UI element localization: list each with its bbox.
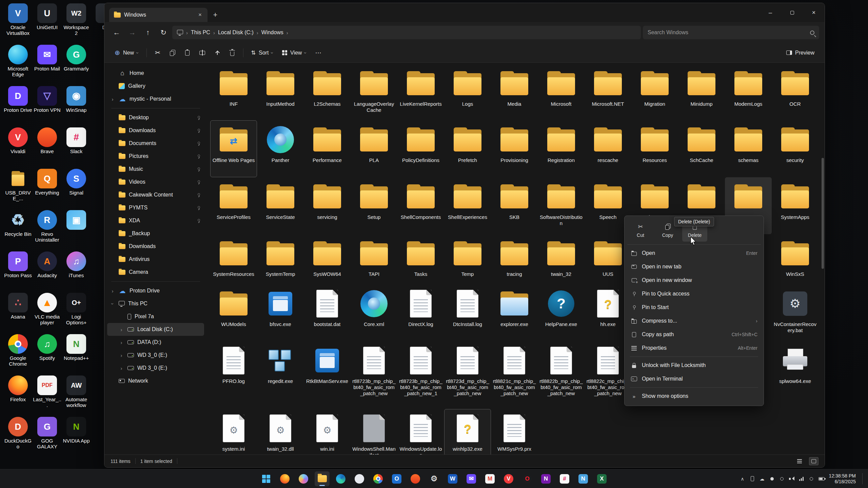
search-input[interactable]: Search Windows	[643, 26, 819, 39]
new-button[interactable]: ⊕ New ›	[111, 46, 143, 60]
show-desktop-button[interactable]	[862, 473, 864, 484]
tab-close-icon[interactable]: ×	[196, 11, 204, 19]
menu-item-open[interactable]: OpenEnter	[627, 246, 761, 260]
file-windowsshell-manifest[interactable]: WindowsShell.Manifest	[351, 409, 397, 454]
file-rtl8723b-mp-chip-bt40-fw-asic-rom-patch-new-1[interactable]: rtl8723b_mp_chip_bt40_fw_asic_rom_patch_…	[397, 341, 444, 409]
file-panther[interactable]: Panther	[257, 120, 304, 177]
paste-button[interactable]	[180, 46, 195, 60]
desktop-icon-last-year[interactable]: PDFLast_Year_...	[33, 374, 62, 415]
desktop-icon-media-app[interactable]: ▣	[62, 209, 91, 250]
file-twain-32[interactable]: twain_32	[538, 234, 585, 284]
desktop-icon-proton-drive[interactable]: DProton Drive	[3, 85, 33, 126]
sidebar-item-data-d-22[interactable]: ›DATA (D:)	[107, 336, 204, 349]
file-servicing[interactable]: servicing	[304, 177, 351, 234]
file-l2schemas[interactable]: L2Schemas	[304, 64, 351, 120]
file-splwow64-exe[interactable]: splwow64.exe	[772, 341, 818, 409]
file-registration[interactable]: Registration	[538, 120, 585, 177]
taskbar-chrome[interactable]	[371, 471, 386, 486]
taskbar-firefox[interactable]	[277, 471, 292, 486]
breadcrumb-segment-windows[interactable]: Windows	[261, 29, 283, 36]
file-prefetch[interactable]: Prefetch	[444, 120, 491, 177]
rename-button[interactable]	[195, 46, 210, 60]
sidebar-item-xda-12[interactable]: XDA	[107, 214, 204, 227]
sidebar-item-pictures-7[interactable]: Pictures	[107, 150, 204, 163]
desktop-icon-asana[interactable]: ∴Asana	[3, 291, 33, 333]
sidebar-item-network-25[interactable]: Network	[107, 374, 204, 387]
share-button[interactable]	[210, 46, 224, 60]
details-view-button[interactable]	[795, 457, 804, 465]
minimize-button[interactable]: –	[760, 3, 781, 22]
desktop-icon-signal[interactable]: SSignal	[62, 167, 91, 209]
sidebar-item-backup-13[interactable]: _Backup	[107, 227, 204, 240]
sidebar-item-pymts-11[interactable]: PYMTS	[107, 201, 204, 214]
taskbar-opera-gx[interactable]: O	[520, 471, 535, 486]
chat-icon[interactable]	[779, 477, 785, 481]
menu-item-open-in-new-window[interactable]: Open in new window	[627, 273, 761, 287]
taskbar-gmail[interactable]: M	[482, 471, 497, 486]
desktop-icon-notepad[interactable]: NNotepad++	[62, 333, 91, 374]
desktop-icon-google-chrome[interactable]: Google Chrome	[3, 333, 33, 374]
phone-link-icon[interactable]	[750, 476, 755, 481]
scrollbar[interactable]	[822, 63, 824, 454]
desktop-icon-firefox[interactable]: Firefox	[3, 374, 33, 415]
sidebar-item-mystic-personal-2[interactable]: ›mystic - Personal	[107, 93, 204, 105]
network-icon[interactable]	[799, 477, 804, 481]
desktop-icon-proton-vpn[interactable]: ▽Proton VPN	[33, 85, 62, 126]
sidebar-item-antivirus-15[interactable]: Antivirus	[107, 253, 204, 266]
delete-button[interactable]	[225, 46, 239, 60]
file-helppane-exe[interactable]: ?HelpPane.exe	[538, 284, 585, 341]
desktop-icon-logi-options[interactable]: O+Logi Options+	[62, 291, 91, 333]
sidebar-item-videos-9[interactable]: Videos	[107, 176, 204, 188]
file-ocr[interactable]: OCR	[772, 64, 818, 120]
file-schcache[interactable]: SchCache	[678, 120, 725, 177]
close-button[interactable]: ×	[803, 3, 825, 22]
taskbar-clock[interactable]: 12:38:58 PM 6/18/2025	[829, 473, 856, 485]
security-shield-icon[interactable]	[769, 477, 775, 481]
hidden-icons-chevron[interactable]: ∧	[740, 476, 745, 482]
file-serviceprofiles[interactable]: ServiceProfiles	[210, 177, 257, 234]
view-button[interactable]: View ›	[278, 46, 311, 60]
menu-item-unlock-with-file-locksmith[interactable]: Unlock with File Locksmith	[627, 359, 761, 372]
sidebar-item-local-disk-c-21[interactable]: ›Local Disk (C:)	[107, 323, 204, 336]
bluetooth-icon[interactable]	[809, 477, 814, 481]
file-rtkbtmanserv-exe[interactable]: RtkBtManServ.exe	[304, 341, 351, 409]
desktop-icon-grammarly[interactable]: GGrammarly	[62, 43, 91, 85]
sidebar-item-proton-drive-18[interactable]: ›Proton Drive	[107, 284, 204, 297]
taskbar-vivaldi[interactable]: V	[501, 471, 516, 486]
file-servicestate[interactable]: ServiceState	[257, 177, 304, 234]
file-tapi[interactable]: TAPI	[351, 234, 397, 284]
desktop-icon-everything[interactable]: QEverything	[33, 167, 62, 209]
file-temp[interactable]: Temp	[444, 234, 491, 284]
file-schemas[interactable]: schemas	[725, 120, 772, 177]
more-options-button[interactable]: ⋯	[311, 46, 326, 60]
taskbar-notepad[interactable]: N	[576, 471, 591, 486]
file-logs[interactable]: Logs	[444, 64, 491, 120]
file-wumodels[interactable]: WUModels	[210, 284, 257, 341]
desktop-icon-audacity[interactable]: AAudacity	[33, 250, 62, 291]
desktop-icon-spotify[interactable]: ♫Spotify	[33, 333, 62, 374]
file-systemapps[interactable]: SystemApps	[772, 177, 818, 234]
file-winhlp32-exe[interactable]: ?winhlp32.exe	[444, 409, 491, 454]
sidebar-item-desktop-4[interactable]: Desktop	[107, 111, 204, 124]
taskbar-slack[interactable]: #	[557, 471, 572, 486]
desktop-icon-brave[interactable]: Brave	[33, 126, 62, 167]
menu-item-open-in-terminal[interactable]: >_Open in Terminal	[627, 372, 761, 386]
file-performance[interactable]: Performance	[304, 120, 351, 177]
sidebar-item-gallery-1[interactable]: Gallery	[107, 80, 204, 93]
sidebar-item-cakewalk-content-10[interactable]: Cakewalk Content	[107, 188, 204, 201]
file-rtl8723b-mp-chip-bt40-fw-asic-rom-patch-new[interactable]: rtl8723b_mp_chip_bt40_fw_asic_rom_patch_…	[351, 341, 397, 409]
file-rtl8723d-mp-chip-bt40-fw-asic-rom-patch-new[interactable]: rtl8723d_mp_chip_bt40_fw_asic_rom_patch_…	[444, 341, 491, 409]
desktop-icon-workspace-2[interactable]: W2Workspace 2	[62, 2, 91, 43]
file-rescache[interactable]: rescache	[585, 120, 631, 177]
cut-quick-button[interactable]: ✂Cut	[628, 219, 653, 242]
taskbar-word[interactable]: W	[445, 471, 460, 486]
sidebar-item-this-pc-19[interactable]: ›This PC	[107, 297, 204, 310]
desktop-icon-proton-pass[interactable]: PProton Pass	[3, 250, 33, 291]
taskbar-outlook[interactable]: O	[389, 471, 404, 486]
file-policydefinitions[interactable]: PolicyDefinitions	[397, 120, 444, 177]
desktop-icon-gog-galaxy[interactable]: GGOG GALAXY	[33, 415, 62, 457]
taskbar-onenote[interactable]: N	[538, 471, 553, 486]
volume-icon[interactable]	[789, 476, 794, 481]
file-microsoft[interactable]: Microsoft	[538, 64, 585, 120]
desktop-icon-automate-workflow[interactable]: AWAutomate workflow	[62, 374, 91, 415]
